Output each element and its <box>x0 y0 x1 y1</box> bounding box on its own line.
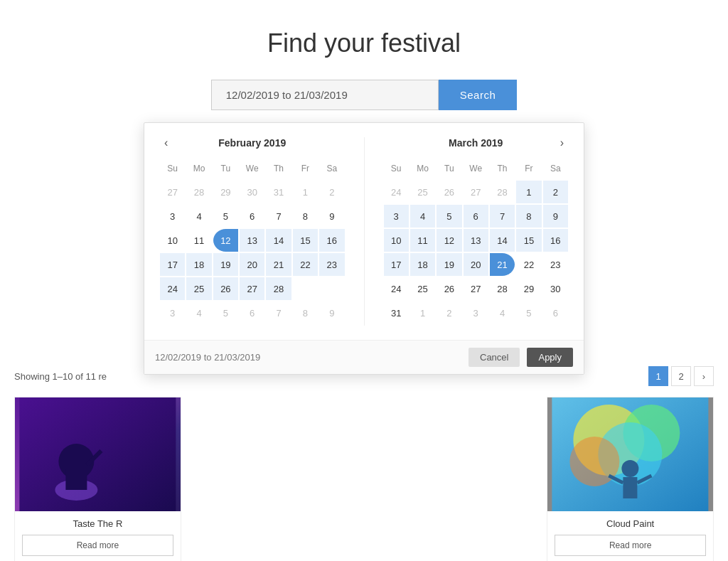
calendar-day[interactable]: 7 <box>266 205 291 228</box>
prev-month-button[interactable]: ‹ <box>159 134 173 152</box>
calendar-day[interactable]: 28 <box>186 181 211 203</box>
calendar-day[interactable]: 25 <box>410 277 435 300</box>
calendar-day[interactable]: 23 <box>319 253 344 276</box>
calendar-day[interactable]: 16 <box>319 229 344 252</box>
read-more-cloud-button[interactable]: Read more <box>555 535 706 556</box>
calendar-day[interactable]: 26 <box>213 277 238 300</box>
calendar-day[interactable]: 21 <box>490 253 515 276</box>
calendar-day[interactable]: 5 <box>516 301 541 324</box>
calendar-day[interactable]: 2 <box>543 181 568 203</box>
apply-button[interactable]: Apply <box>527 348 573 367</box>
calendar-day[interactable]: 6 <box>240 205 264 228</box>
calendar-day[interactable]: 19 <box>213 253 238 276</box>
calendar-day[interactable]: 29 <box>516 277 541 300</box>
calendar-day[interactable]: 14 <box>266 229 291 252</box>
cancel-button[interactable]: Cancel <box>469 348 520 367</box>
dow-tu: Tu <box>437 161 461 179</box>
page-1-button[interactable]: 1 <box>648 366 668 386</box>
calendar-day[interactable]: 3 <box>160 205 185 228</box>
calendar-day[interactable]: 6 <box>464 205 488 228</box>
calendar-day[interactable]: 31 <box>266 181 291 203</box>
calendar-day[interactable]: 1 <box>293 181 318 203</box>
calendar-day[interactable]: 9 <box>543 205 568 228</box>
calendar-day[interactable]: 23 <box>543 253 568 276</box>
calendar-months: ‹ February 2019 Su Mo Tu We Th Fr <box>144 123 584 340</box>
calendar-day[interactable]: 27 <box>160 181 185 203</box>
calendar-day[interactable]: 15 <box>293 229 318 252</box>
calendar-day[interactable]: 18 <box>410 253 435 276</box>
calendar-day[interactable]: 5 <box>213 301 238 324</box>
calendar-day[interactable]: 25 <box>410 181 435 203</box>
calendar-day[interactable]: 5 <box>437 205 461 228</box>
read-more-taste-button[interactable]: Read more <box>22 535 173 556</box>
calendar-day[interactable]: 20 <box>464 253 488 276</box>
calendar-day[interactable]: 4 <box>410 205 435 228</box>
calendar-day[interactable]: 28 <box>490 277 515 300</box>
calendar-day[interactable]: 1 <box>516 181 541 203</box>
calendar-day[interactable]: 24 <box>384 277 409 300</box>
calendar-day[interactable]: 13 <box>240 229 264 252</box>
calendar-day[interactable]: 28 <box>266 277 291 300</box>
calendar-day[interactable]: 27 <box>464 181 488 203</box>
calendar-day[interactable]: 17 <box>384 253 409 276</box>
calendar-day[interactable]: 25 <box>186 277 211 300</box>
calendar-day[interactable]: 2 <box>437 301 461 324</box>
calendar-day[interactable]: 26 <box>437 181 461 203</box>
calendar-day[interactable]: 27 <box>464 277 488 300</box>
calendar-day[interactable]: 22 <box>293 253 318 276</box>
calendar-day[interactable]: 30 <box>240 181 264 203</box>
calendar-day[interactable]: 31 <box>384 301 409 324</box>
page-next-button[interactable]: › <box>694 366 714 386</box>
calendar-day[interactable]: 3 <box>464 301 488 324</box>
next-month-button[interactable]: › <box>555 134 569 152</box>
calendar-day[interactable]: 29 <box>213 181 238 203</box>
calendar-day[interactable]: 12 <box>437 229 461 252</box>
calendar-day[interactable]: 20 <box>240 253 264 276</box>
calendar-day[interactable]: 16 <box>543 229 568 252</box>
calendar-day[interactable]: 13 <box>464 229 488 252</box>
calendar-day[interactable]: 9 <box>319 301 344 324</box>
calendar-day[interactable]: 8 <box>293 301 318 324</box>
calendar-day[interactable]: 12 <box>213 229 238 252</box>
calendar-day[interactable]: 18 <box>186 253 211 276</box>
calendar-day[interactable]: 4 <box>186 205 211 228</box>
calendar-day[interactable]: 28 <box>490 181 515 203</box>
calendar-day[interactable]: 2 <box>319 181 344 203</box>
calendar-day[interactable]: 4 <box>186 301 211 324</box>
calendar-day[interactable]: 5 <box>213 205 238 228</box>
calendar-day[interactable]: 24 <box>160 277 185 300</box>
calendar-day[interactable] <box>319 277 344 300</box>
calendar-day[interactable]: 8 <box>516 205 541 228</box>
calendar-day[interactable]: 22 <box>516 253 541 276</box>
calendar-day[interactable]: 17 <box>160 253 185 276</box>
search-button[interactable]: Search <box>439 80 518 110</box>
calendar-day[interactable]: 14 <box>490 229 515 252</box>
calendar-day[interactable] <box>293 277 318 300</box>
calendar-day[interactable]: 19 <box>437 253 461 276</box>
content-area: Showing 1–10 of 11 re 1 2 › <box>14 366 714 561</box>
dow-fr: Fr <box>516 161 541 179</box>
calendar-day[interactable]: 21 <box>266 253 291 276</box>
calendar-day[interactable]: 11 <box>186 229 211 252</box>
calendar-day[interactable]: 10 <box>160 229 185 252</box>
calendar-day[interactable]: 4 <box>490 301 515 324</box>
calendar-day[interactable]: 7 <box>490 205 515 228</box>
march-title: March 2019 <box>382 137 570 149</box>
calendar-day[interactable]: 6 <box>240 301 264 324</box>
calendar-day[interactable]: 27 <box>240 277 264 300</box>
calendar-day[interactable]: 24 <box>384 181 409 203</box>
calendar-day[interactable]: 7 <box>266 301 291 324</box>
calendar-day[interactable]: 3 <box>160 301 185 324</box>
calendar-day[interactable]: 15 <box>516 229 541 252</box>
calendar-day[interactable]: 8 <box>293 205 318 228</box>
calendar-day[interactable]: 9 <box>319 205 344 228</box>
calendar-day[interactable]: 30 <box>543 277 568 300</box>
date-range-input[interactable] <box>211 80 439 110</box>
calendar-day[interactable]: 1 <box>410 301 435 324</box>
calendar-day[interactable]: 6 <box>543 301 568 324</box>
calendar-day[interactable]: 10 <box>384 229 409 252</box>
calendar-day[interactable]: 26 <box>437 277 461 300</box>
calendar-day[interactable]: 11 <box>410 229 435 252</box>
calendar-day[interactable]: 3 <box>384 205 409 228</box>
page-2-button[interactable]: 2 <box>671 366 691 386</box>
